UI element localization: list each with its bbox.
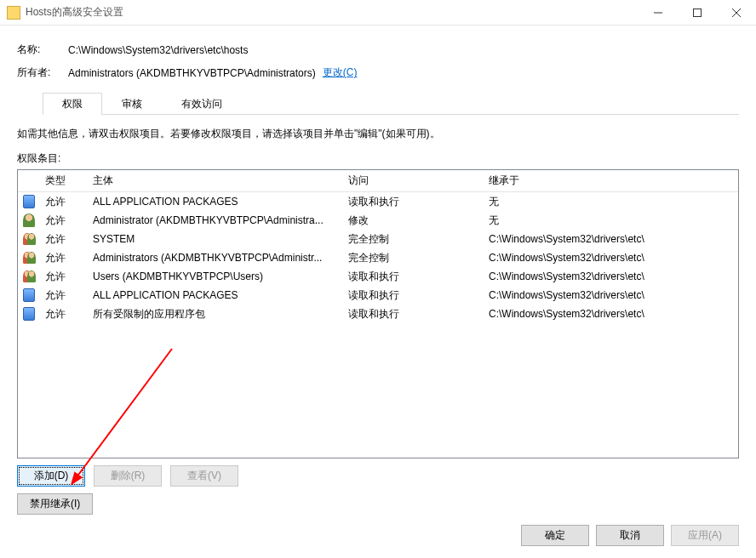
row-inherit: C:\Windows\System32\drivers\etc\ <box>484 230 738 248</box>
titlebar: Hosts的高级安全设置 <box>0 0 756 26</box>
name-row: 名称: C:\Windows\System32\drivers\etc\host… <box>17 43 739 57</box>
tabs: 权限 审核 有效访问 <box>43 92 739 115</box>
apply-button[interactable]: 应用(A) <box>671 525 739 546</box>
tab-permissions[interactable]: 权限 <box>43 93 102 115</box>
table-row[interactable]: 允许所有受限制的应用程序包读取和执行C:\Windows\System32\dr… <box>18 305 738 323</box>
grid-body: 允许ALL APPLICATION PACKAGES读取和执行无允许Admini… <box>18 192 738 323</box>
row-principal: SYSTEM <box>88 230 343 248</box>
col-inherit-header[interactable]: 继承于 <box>484 170 738 191</box>
row-principal: ALL APPLICATION PACKAGES <box>88 286 343 305</box>
row-access: 读取和执行 <box>343 304 484 325</box>
row-inherit: 无 <box>484 210 738 231</box>
inherit-buttons: 禁用继承(I) <box>17 493 739 515</box>
users-icon <box>23 270 35 283</box>
dialog-buttons: 确定 取消 应用(A) <box>521 525 739 546</box>
col-icon-header <box>18 170 40 191</box>
owner-label: 所有者: <box>17 65 68 80</box>
tab-effective[interactable]: 有效访问 <box>162 93 242 115</box>
cancel-button[interactable]: 取消 <box>596 525 664 546</box>
remove-button[interactable]: 删除(R) <box>94 465 162 487</box>
name-label: 名称: <box>17 43 68 57</box>
name-value: C:\Windows\System32\drivers\etc\hosts <box>68 44 248 56</box>
grid-header: 类型 主体 访问 继承于 <box>18 170 738 192</box>
entry-buttons: 添加(D) 删除(R) 查看(V) <box>17 465 739 487</box>
window-title: Hosts的高级安全设置 <box>26 5 639 20</box>
row-principal: Administrator (AKDMBTHKYVBTPCP\Administr… <box>88 211 343 230</box>
owner-value: Administrators (AKDMBTHKYVBTPCP\Administ… <box>68 67 316 79</box>
content-area: 名称: C:\Windows\System32\drivers\etc\host… <box>0 26 756 515</box>
row-principal: ALL APPLICATION PACKAGES <box>88 192 343 211</box>
row-inherit: C:\Windows\System32\drivers\etc\ <box>484 248 738 267</box>
row-icon <box>18 248 40 268</box>
folder-icon <box>7 6 20 20</box>
row-principal: Users (AKDMBTHKYVBTPCP\Users) <box>88 267 343 286</box>
row-principal: 所有受限制的应用程序包 <box>88 304 343 325</box>
view-button[interactable]: 查看(V) <box>170 465 238 487</box>
maximize-button[interactable] <box>678 0 717 26</box>
row-inherit: C:\Windows\System32\drivers\etc\ <box>484 267 738 286</box>
minimize-button[interactable] <box>639 0 678 26</box>
window-controls <box>639 0 756 25</box>
col-principal-header[interactable]: 主体 <box>88 170 343 191</box>
add-button[interactable]: 添加(D) <box>17 465 85 487</box>
row-icon <box>18 210 40 231</box>
table-row[interactable]: 允许ALL APPLICATION PACKAGES读取和执行C:\Window… <box>18 286 738 305</box>
row-icon <box>18 285 40 305</box>
close-button[interactable] <box>717 0 756 26</box>
table-row[interactable]: 允许Users (AKDMBTHKYVBTPCP\Users)读取和执行C:\W… <box>18 267 738 286</box>
row-icon <box>18 229 40 249</box>
col-access-header[interactable]: 访问 <box>343 170 484 191</box>
row-icon <box>18 266 40 287</box>
users-icon <box>23 232 35 246</box>
user-icon <box>23 214 35 227</box>
row-inherit: C:\Windows\System32\drivers\etc\ <box>484 305 738 323</box>
row-type: 允许 <box>40 304 88 325</box>
ok-button[interactable]: 确定 <box>521 525 589 546</box>
disable-inherit-button[interactable]: 禁用继承(I) <box>17 493 93 515</box>
owner-row: 所有者: Administrators (AKDMBTHKYVBTPCP\Adm… <box>17 65 739 80</box>
table-row[interactable]: 允许Administrator (AKDMBTHKYVBTPCP\Adminis… <box>18 211 738 230</box>
table-row[interactable]: 允许Administrators (AKDMBTHKYVBTPCP\Admini… <box>18 248 738 267</box>
row-inherit: C:\Windows\System32\drivers\etc\ <box>484 286 738 305</box>
package-icon <box>23 288 35 302</box>
table-row[interactable]: 允许SYSTEM完全控制C:\Windows\System32\drivers\… <box>18 230 738 248</box>
row-icon <box>18 304 40 324</box>
col-type-header[interactable]: 类型 <box>40 170 88 191</box>
package-icon <box>23 307 35 321</box>
users-icon <box>23 251 35 265</box>
row-principal: Administrators (AKDMBTHKYVBTPCP\Administ… <box>88 248 343 267</box>
row-icon <box>18 191 40 212</box>
entries-label: 权限条目: <box>17 151 739 166</box>
svg-rect-1 <box>694 9 702 17</box>
change-owner-link[interactable]: 更改(C) <box>323 65 358 80</box>
permissions-grid: 类型 主体 访问 继承于 允许ALL APPLICATION PACKAGES读… <box>17 169 739 458</box>
hint-text: 如需其他信息，请双击权限项目。若要修改权限项目，请选择该项目并单击"编辑"(如果… <box>17 127 739 141</box>
tab-audit[interactable]: 审核 <box>102 93 162 115</box>
package-icon <box>23 195 35 208</box>
table-row[interactable]: 允许ALL APPLICATION PACKAGES读取和执行无 <box>18 192 738 211</box>
